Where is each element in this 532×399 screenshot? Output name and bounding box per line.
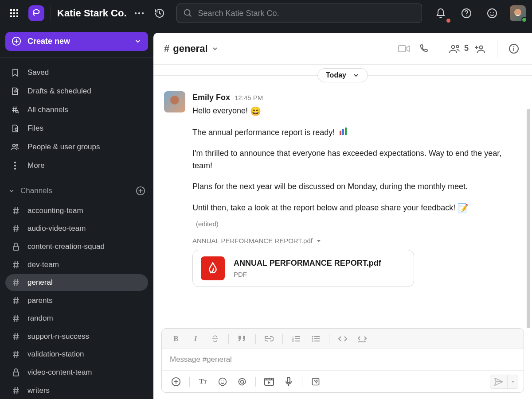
shortcuts-button[interactable]	[307, 374, 325, 389]
add-people-icon[interactable]	[473, 41, 488, 56]
attachment-header[interactable]: ANNUAL PERFORMANCE REPORT.pdf	[192, 236, 521, 246]
create-new-button[interactable]: Create new	[5, 32, 148, 51]
channels-section-header[interactable]: Channels	[8, 184, 148, 198]
svg-rect-1	[13, 9, 15, 11]
presence-indicator	[521, 17, 527, 23]
ordered-list-button[interactable]: 123	[287, 331, 305, 346]
video-clip-button[interactable]	[260, 374, 278, 389]
channel-item-writers[interactable]: writers	[5, 382, 148, 399]
bullet-list-button[interactable]	[307, 331, 325, 346]
chevron-down-icon	[134, 37, 142, 45]
channel-item-support-n-success[interactable]: support-n-success	[5, 328, 148, 345]
channel-label: dev-team	[27, 260, 59, 269]
channel-item-audio-video-team[interactable]: audio-video-team	[5, 220, 148, 237]
channel-item-validation-station[interactable]: validation-station	[5, 346, 148, 363]
mention-button[interactable]	[233, 374, 251, 389]
svg-point-16	[488, 9, 497, 18]
channel-name: general	[173, 43, 207, 54]
nav-label: More	[27, 161, 45, 170]
sidebar-nav-drafts[interactable]: Drafts & scheduled	[5, 82, 148, 100]
italic-button[interactable]: I	[187, 331, 204, 346]
audio-call-icon[interactable]	[416, 41, 431, 56]
notifications-icon[interactable]	[433, 5, 449, 21]
svg-line-13	[189, 15, 191, 17]
svg-point-32	[14, 162, 16, 163]
bar-chart-emoji	[339, 127, 348, 136]
channel-label: accounting-team	[27, 206, 83, 215]
search-bar[interactable]	[176, 4, 422, 23]
sidebar-nav-all-channels[interactable]: All channels	[5, 101, 148, 119]
svg-line-41	[17, 207, 18, 214]
video-call-icon[interactable]	[396, 41, 411, 56]
scrollbar-thumb[interactable]	[527, 109, 530, 328]
sidebar-nav-people[interactable]: People & user groups	[5, 138, 148, 156]
top-bar: Katie Stark Co.	[0, 0, 532, 27]
sidebar-nav-more[interactable]: More	[5, 157, 148, 174]
channel-title-button[interactable]: # general	[164, 43, 219, 54]
emoji-button[interactable]	[214, 374, 231, 389]
formatting-toggle-button[interactable]: TT	[194, 374, 212, 389]
channel-item-dev-team[interactable]: dev-team	[5, 256, 148, 273]
svg-point-15	[466, 15, 467, 16]
composer-input[interactable]	[170, 355, 516, 364]
channel-info-icon[interactable]	[506, 41, 521, 56]
svg-marker-89	[317, 240, 321, 242]
audio-clip-button[interactable]	[280, 374, 297, 389]
app-logo[interactable]	[28, 5, 44, 21]
channel-label: content-creation-squad	[27, 242, 105, 251]
svg-point-9	[134, 12, 136, 14]
channel-item-general[interactable]: general	[5, 274, 148, 291]
hash-icon	[12, 225, 20, 232]
channel-header: # general 5	[153, 33, 532, 65]
channel-item-parents[interactable]: parents	[5, 292, 148, 309]
svg-line-45	[17, 225, 18, 232]
svg-point-18	[493, 12, 494, 13]
svg-line-53	[14, 279, 15, 286]
channel-item-content-creation-squad[interactable]: content-creation-squad	[5, 238, 148, 256]
channel-label: validation-station	[27, 350, 84, 359]
attach-button[interactable]	[167, 374, 185, 389]
bookmark-icon	[10, 68, 20, 77]
nav-label: Drafts & scheduled	[27, 87, 91, 96]
search-input[interactable]	[198, 9, 416, 18]
send-button[interactable]	[490, 375, 507, 388]
help-icon[interactable]	[458, 5, 474, 21]
send-options-button[interactable]	[507, 375, 518, 388]
date-separator[interactable]: Today	[317, 68, 368, 82]
workspace-menu-icon[interactable]	[133, 5, 145, 21]
emoji-status-icon[interactable]	[484, 5, 500, 21]
svg-rect-4	[13, 12, 15, 14]
workspace-name[interactable]: Katie Stark Co.	[57, 8, 127, 19]
app-switcher-icon[interactable]	[6, 5, 22, 21]
bold-button[interactable]: B	[167, 331, 185, 346]
user-avatar[interactable]	[510, 5, 526, 21]
code-button[interactable]	[334, 331, 352, 346]
svg-rect-46	[13, 246, 19, 250]
code-block-button[interactable]	[353, 331, 371, 346]
svg-marker-123	[511, 381, 514, 383]
nav-label: All channels	[27, 105, 68, 114]
svg-line-66	[17, 333, 18, 340]
strike-button[interactable]	[206, 331, 224, 346]
channel-item-random[interactable]: random	[5, 310, 148, 327]
attachment-card[interactable]: ANNUAL PERFORMANCE REPORT.pdf PDF	[192, 250, 414, 287]
svg-line-65	[14, 333, 15, 340]
sidebar-nav-files[interactable]: Files	[5, 120, 148, 137]
hash-icon: #	[164, 43, 169, 54]
history-icon[interactable]	[152, 5, 168, 21]
link-button[interactable]	[260, 331, 278, 346]
add-channel-button[interactable]	[136, 186, 145, 196]
svg-rect-7	[13, 15, 15, 17]
message-author[interactable]: Emily Fox	[192, 91, 230, 104]
nav-label: Saved	[27, 68, 49, 77]
quote-button[interactable]	[233, 331, 251, 346]
svg-point-31	[16, 144, 18, 146]
channel-item-video-content-team[interactable]: video-content-team	[5, 364, 148, 381]
channel-item-accounting-team[interactable]: accounting-team	[5, 202, 148, 219]
svg-rect-5	[16, 12, 18, 14]
svg-line-49	[14, 261, 15, 268]
sidebar-nav-saved[interactable]: Saved	[5, 64, 148, 81]
people-count[interactable]: 5	[449, 44, 469, 54]
message-time: 12:45 PM	[235, 93, 263, 103]
message-avatar[interactable]	[164, 91, 185, 112]
